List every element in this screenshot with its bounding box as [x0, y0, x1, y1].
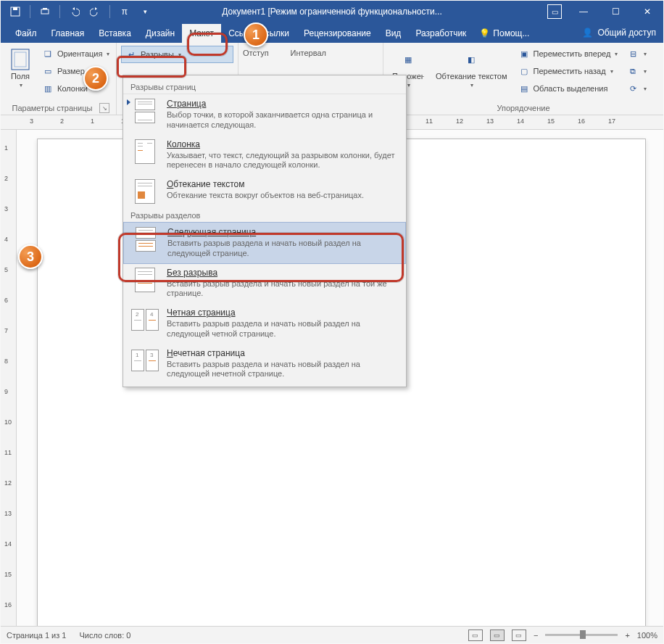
size-label: Размер [57, 67, 85, 75]
tab-layout[interactable]: Макет [182, 24, 221, 43]
minimize-button[interactable]: — [568, 1, 599, 22]
menu-item-even-page[interactable]: 2 4 Четная страницаВставить разрыв разде… [123, 303, 406, 344]
menu-section-pages: Разрывы страниц [123, 80, 406, 94]
margins-button[interactable]: Поля▾ [5, 46, 36, 96]
breaks-icon: ↵ [125, 48, 138, 61]
close-button[interactable]: ✕ [631, 1, 663, 22]
maximize-button[interactable]: ☐ [599, 1, 631, 22]
align-button[interactable]: ⊟▾ [623, 46, 650, 62]
dialog-launch-page[interactable]: ↘ [99, 103, 109, 113]
wrap-button[interactable]: ◧Обтекание текстом▾ [431, 46, 512, 96]
rotate-icon: ⟳ [626, 82, 639, 95]
status-page[interactable]: Страница 1 из 1 [7, 631, 66, 640]
menu-item-continuous[interactable]: Без разрываВставить разрыв раздела и нач… [123, 263, 406, 304]
print-layout-icon[interactable]: ▭ [490, 629, 505, 641]
title-bar: π ▾ Документ1 [Режим ограниченной функци… [1, 1, 663, 22]
tab-references[interactable]: Ссылки [221, 24, 243, 43]
display-options-icon[interactable]: ▭ [547, 4, 562, 19]
forward-icon: ▣ [518, 47, 531, 60]
continuous-icon [130, 268, 159, 292]
page-break-icon [130, 99, 159, 123]
interval-label: Интервал [291, 49, 326, 57]
print-icon[interactable] [36, 3, 54, 20]
send-backward-button[interactable]: ▢Переместить назад▾ [515, 63, 621, 79]
undo-icon[interactable] [66, 3, 83, 20]
window-controls: — ☐ ✕ [568, 1, 663, 22]
back-label: Переместить назад [534, 67, 606, 75]
vertical-ruler[interactable]: 12345678910111213141516 [1, 130, 17, 626]
quick-access-toolbar: π ▾ [1, 3, 154, 20]
columns-label: Колонки [57, 84, 88, 93]
breaks-button[interactable]: ↵Разрывы▾ [121, 46, 233, 63]
selection-icon: ▤ [518, 82, 531, 95]
wrap-break-desc: Обтекание текста вокруг объектов на веб-… [167, 191, 399, 201]
save-icon[interactable] [7, 3, 24, 20]
breaks-label: Разрывы [141, 50, 174, 59]
window-title: Документ1 [Режим ограниченной функционал… [222, 7, 441, 17]
tell-me[interactable]: 💡Помощ... [473, 24, 535, 43]
align-icon: ⊟ [626, 47, 639, 60]
tab-view[interactable]: Вид [378, 24, 409, 43]
menu-item-page-break[interactable]: СтраницаВыбор точки, в которой заканчива… [123, 94, 406, 135]
tab-review[interactable]: Рецензирование [296, 24, 378, 43]
menu-item-next-page[interactable]: Следующая страницаВставить разрыв раздел… [123, 222, 406, 264]
submenu-arrow-icon [127, 99, 130, 105]
status-words[interactable]: Число слов: 0 [79, 631, 130, 640]
column-break-desc: Указывает, что текст, следующий за разры… [167, 151, 399, 171]
web-layout-icon[interactable]: ▭ [512, 629, 526, 641]
menu-item-column-break[interactable]: КолонкаУказывает, что текст, следующий з… [123, 135, 406, 176]
tell-me-label: Помощ... [493, 28, 529, 38]
callout-1: 1 [244, 22, 268, 47]
share-label: Общий доступ [597, 28, 656, 38]
redo-icon[interactable] [86, 3, 104, 20]
person-icon: 👤 [582, 28, 593, 38]
zoom-out-button[interactable]: − [534, 631, 538, 640]
group-objects-button[interactable]: ⧉▾ [623, 63, 650, 79]
orientation-icon: ❏ [41, 47, 54, 60]
menu-item-odd-page[interactable]: 1 3 Нечетная страницаНечетная страницаВс… [123, 344, 406, 384]
continuous-desc: Вставить разрыв раздела и начать новый р… [167, 279, 399, 300]
orientation-label: Ориентация [57, 49, 102, 58]
ribbon-tabs: Файл Главная Вставка Дизайн Макет Ссылки… [1, 22, 663, 43]
bring-forward-button[interactable]: ▣Переместить вперед▾ [515, 46, 621, 62]
zoom-in-button[interactable]: + [625, 631, 629, 640]
orientation-button[interactable]: ❏Ориентация▾ [38, 46, 112, 62]
read-mode-icon[interactable]: ▭ [468, 629, 483, 641]
tab-home[interactable]: Главная [44, 24, 92, 43]
odd-page-desc: Вставить разрыв раздела и начать новый р… [167, 360, 399, 380]
page-break-title: Страница [167, 99, 206, 109]
group-arrange: Упорядочение [388, 104, 659, 115]
menu-item-text-wrap-break[interactable]: ООбтекание текстомбтекание текстомОбтека… [123, 175, 406, 208]
tab-file[interactable]: Файл [8, 24, 44, 43]
zoom-level[interactable]: 100% [637, 631, 657, 640]
status-bar: Страница 1 из 1 Число слов: 0 ▭ ▭ ▭ − + … [1, 626, 663, 643]
group-page-params: Параметры страницы [5, 104, 99, 115]
column-break-title: Колонка [167, 139, 200, 149]
tab-developer[interactable]: Разработчик [408, 24, 473, 43]
sel-label: Область выделения [534, 84, 608, 93]
page-break-desc: Выбор точки, в которой заканчивается одн… [167, 110, 399, 131]
fwd-label: Переместить вперед [534, 49, 611, 58]
callout-3: 3 [18, 244, 43, 269]
backward-icon: ▢ [518, 65, 531, 78]
share-button[interactable]: 👤Общий доступ [582, 22, 656, 43]
equation-icon[interactable]: π [116, 3, 133, 20]
next-page-icon [131, 227, 160, 252]
even-page-desc: Вставить разрыв раздела и начать новый р… [167, 319, 399, 339]
tab-insert[interactable]: Вставка [91, 24, 138, 43]
svg-rect-1 [13, 7, 17, 10]
tab-design[interactable]: Дизайн [138, 24, 182, 43]
zoom-slider[interactable] [545, 634, 618, 636]
indent-label: Отступ [243, 49, 269, 57]
rotate-button[interactable]: ⟳▾ [623, 80, 650, 96]
continuous-title: Без разрыва [167, 268, 217, 278]
odd-page-icon: 1 3 [130, 348, 159, 373]
margins-icon [9, 49, 31, 70]
qat-customize-icon[interactable]: ▾ [136, 3, 154, 20]
even-page-icon: 2 4 [130, 307, 159, 332]
columns-icon: ▥ [41, 82, 54, 95]
next-page-desc: Вставить разрыв раздела и начать новый р… [167, 239, 398, 259]
selection-pane-button[interactable]: ▤Область выделения [515, 80, 621, 96]
wrap-break-icon [130, 179, 159, 204]
margins-label: Поля [11, 72, 30, 80]
